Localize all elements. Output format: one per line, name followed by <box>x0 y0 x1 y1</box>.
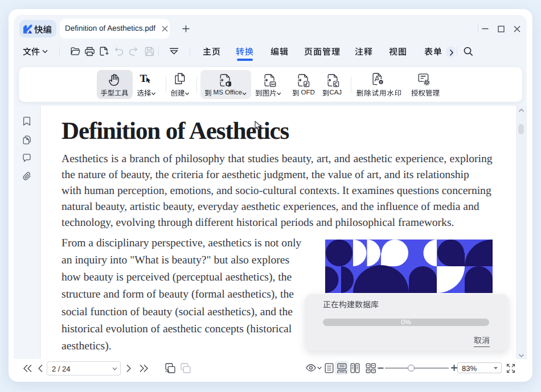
svg-text:T: T <box>140 73 147 84</box>
